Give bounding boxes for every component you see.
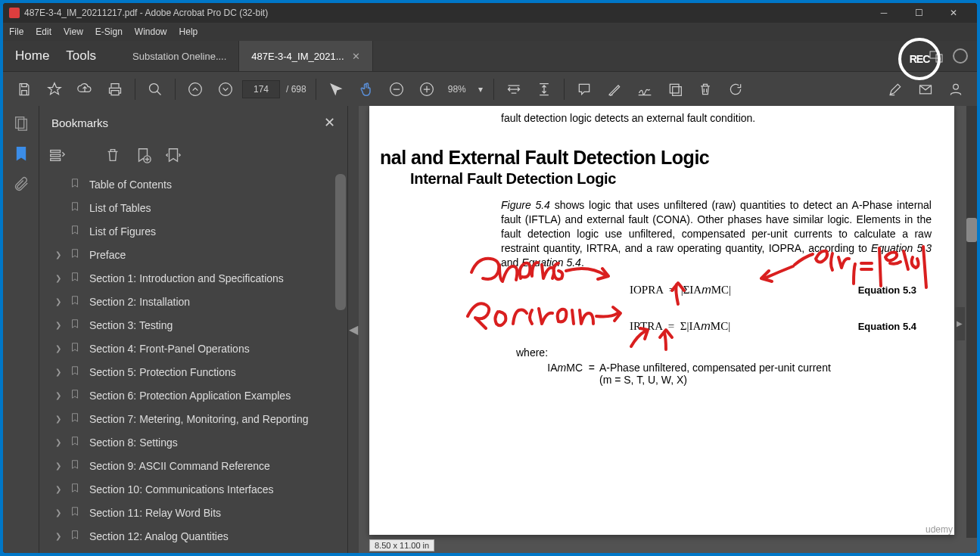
chevron-right-icon[interactable]: ❯: [51, 391, 65, 399]
print-icon[interactable]: [101, 76, 129, 103]
chevron-right-icon[interactable]: ❯: [51, 344, 65, 353]
equation-1-label: Equation 5.3: [858, 284, 932, 296]
zoom-in-icon[interactable]: [413, 76, 440, 103]
bookmark-item[interactable]: ❯Section 3: Testing: [51, 313, 341, 337]
chevron-right-icon[interactable]: ❯: [51, 415, 65, 423]
where-heading: where:: [516, 346, 932, 359]
close-window-button[interactable]: ✕: [936, 3, 971, 23]
chevron-right-icon[interactable]: ❯: [51, 485, 65, 493]
bookmark-ribbon-icon: [70, 318, 85, 332]
bookmark-item[interactable]: Table of Contents: [51, 172, 341, 196]
bookmark-item[interactable]: List of Tables: [51, 196, 341, 219]
left-rail: [3, 106, 39, 553]
menu-edit[interactable]: Edit: [36, 26, 51, 37]
options-icon[interactable]: [48, 147, 67, 165]
chevron-right-icon[interactable]: ❯: [51, 438, 65, 446]
menu-help[interactable]: Help: [179, 26, 198, 37]
zoom-out-icon[interactable]: [383, 76, 410, 103]
bookmark-item[interactable]: ❯Section 4: Front-Panel Operations: [51, 337, 341, 360]
add-bookmark-icon[interactable]: [135, 147, 153, 165]
bookmark-item[interactable]: ❯Section 7: Metering, Monitoring, and Re…: [51, 407, 341, 430]
chevron-right-icon[interactable]: ❯: [51, 461, 65, 470]
help-badge-icon[interactable]: [953, 48, 968, 64]
attachments-icon[interactable]: [13, 175, 30, 192]
trash-bookmark-icon[interactable]: [104, 147, 123, 165]
zoom-level[interactable]: 98%: [448, 84, 466, 95]
chevron-right-icon[interactable]: ❯: [51, 368, 65, 376]
close-tab-icon[interactable]: ✕: [352, 51, 360, 62]
bookmark-item[interactable]: ❯Section 9: ASCII Command Reference: [51, 454, 341, 477]
chevron-right-icon[interactable]: ❯: [51, 274, 65, 282]
bookmark-item[interactable]: ❯Section 2: Installation: [51, 290, 341, 313]
expand-bookmark-icon[interactable]: [165, 147, 183, 165]
collapse-right-icon[interactable]: ▶: [954, 307, 965, 340]
paragraph: Figure 5.4 shows logic that uses unfilte…: [501, 198, 932, 269]
bookmarks-list[interactable]: Table of ContentsList of TablesList of F…: [39, 172, 347, 553]
save-icon[interactable]: [11, 76, 38, 103]
home-button[interactable]: Home: [15, 48, 49, 64]
bookmarks-icon[interactable]: [13, 145, 30, 162]
scrollbar-thumb[interactable]: [966, 218, 977, 242]
select-arrow-icon[interactable]: [322, 76, 350, 103]
tab-active-doc[interactable]: 487E-3-4_IM_2021...✕: [239, 41, 372, 71]
find-icon[interactable]: [142, 76, 169, 103]
menu-file[interactable]: File: [9, 26, 23, 37]
maximize-button[interactable]: ☐: [901, 3, 936, 23]
delete-icon[interactable]: [692, 76, 719, 103]
bookmark-item[interactable]: ❯Section 12: Analog Quantities: [51, 524, 341, 548]
comment-icon[interactable]: [571, 76, 598, 103]
bookmark-ribbon-icon: [70, 177, 85, 191]
svg-point-2: [150, 83, 159, 92]
document-viewport[interactable]: fault detection logic detects an externa…: [359, 106, 977, 553]
account-icon[interactable]: [942, 76, 969, 103]
bookmark-item[interactable]: ❯Section 1: Introduction and Specificati…: [51, 266, 341, 290]
fit-page-icon[interactable]: [530, 76, 558, 103]
page-number-input[interactable]: [242, 80, 280, 98]
bookmark-item[interactable]: ❯Preface: [51, 243, 341, 266]
bookmark-item[interactable]: ❯Section 10: Communications Interfaces: [51, 477, 341, 501]
close-panel-icon[interactable]: ✕: [324, 114, 335, 131]
chevron-right-icon[interactable]: ❯: [51, 321, 65, 329]
vertical-scrollbar[interactable]: [966, 106, 977, 538]
hand-tool-icon[interactable]: [353, 76, 380, 103]
edit-icon[interactable]: [882, 76, 909, 103]
bookmark-label: Section 1: Introduction and Specificatio…: [89, 272, 341, 284]
page-up-icon[interactable]: [182, 76, 209, 103]
fit-width-icon[interactable]: [500, 76, 527, 103]
tab-substation[interactable]: Substation Oneline....: [120, 41, 239, 71]
bookmark-label: Table of Contents: [89, 179, 341, 191]
bookmark-ribbon-icon: [70, 505, 85, 520]
bookmark-item[interactable]: ❯Section 6: Protection Application Examp…: [51, 384, 341, 407]
highlight-icon[interactable]: [601, 76, 628, 103]
chevron-right-icon[interactable]: ❯: [51, 297, 65, 306]
bookmark-item[interactable]: List of Figures: [51, 219, 341, 243]
bookmark-item[interactable]: ❯Section 11: Relay Word Bits: [51, 501, 341, 524]
zoom-dropdown-icon[interactable]: ▾: [478, 84, 483, 95]
window-title: 487E-3-4_IM_20211217.pdf - Adobe Acrobat…: [24, 8, 866, 18]
equation-1: IOPRA = |ΣIAmMC|: [630, 283, 731, 297]
page-down-icon[interactable]: [212, 76, 239, 103]
bookmark-item[interactable]: ❯Section 8: Settings: [51, 430, 341, 454]
star-icon[interactable]: [41, 76, 68, 103]
sidebar-scrollbar[interactable]: [335, 174, 346, 310]
titlebar: 487E-3-4_IM_20211217.pdf - Adobe Acrobat…: [3, 3, 977, 23]
menu-window[interactable]: Window: [135, 26, 167, 37]
rotate-icon[interactable]: [722, 76, 749, 103]
tools-button[interactable]: Tools: [66, 48, 96, 64]
chevron-right-icon[interactable]: ❯: [51, 532, 65, 540]
bookmark-label: Section 2: Installation: [89, 296, 341, 308]
chevron-right-icon[interactable]: ❯: [51, 508, 65, 517]
svg-rect-15: [51, 159, 61, 161]
thumbnails-icon[interactable]: [13, 115, 30, 132]
bookmark-ribbon-icon: [70, 294, 85, 309]
chevron-right-icon[interactable]: ❯: [51, 250, 65, 259]
stamp-icon[interactable]: [661, 76, 689, 103]
sign-icon[interactable]: [631, 76, 658, 103]
collapse-sidebar-icon[interactable]: ◀: [348, 106, 359, 553]
menu-view[interactable]: View: [64, 26, 83, 37]
menu-esign[interactable]: E-Sign: [95, 26, 123, 37]
cloud-upload-icon[interactable]: [71, 76, 98, 103]
bookmark-item[interactable]: ❯Section 5: Protection Functions: [51, 360, 341, 384]
app-icon: [9, 8, 20, 18]
minimize-button[interactable]: ─: [866, 3, 901, 23]
